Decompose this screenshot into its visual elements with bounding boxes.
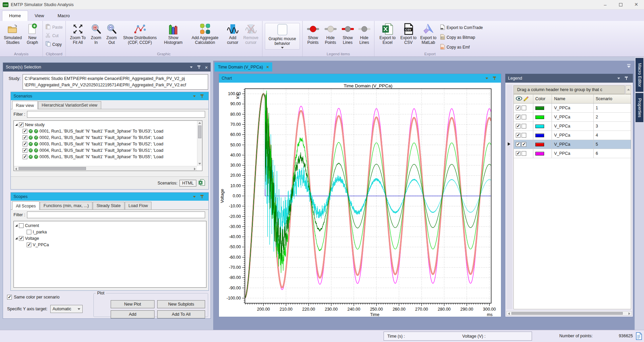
run-checkbox[interactable]: [23, 129, 27, 134]
export-scenarios-excel-button[interactable]: [198, 179, 205, 187]
visible-checkbox[interactable]: [516, 151, 521, 156]
zoom-in-button[interactable]: Zoom In: [88, 22, 104, 46]
add-aggregate-calculation-button[interactable]: Add Aggregate Calculation: [186, 22, 224, 46]
export-to-comtrade-button[interactable]: Export to ComTrade: [439, 24, 484, 31]
legend-scroll-up-button[interactable]: [625, 85, 631, 94]
pin-icon[interactable]: [200, 94, 204, 98]
side-tab-properties[interactable]: Properties: [636, 93, 643, 122]
collapse-icon[interactable]: [190, 66, 193, 68]
new-subplots-button[interactable]: New Subplots: [157, 300, 205, 308]
scroll-thumb[interactable]: [511, 312, 623, 315]
scenario-run-row[interactable]: 0003, Run1, 'BUS_fault' 'N' 'fault1' 'Fa…: [23, 141, 201, 147]
chart-canvas[interactable]: Time Domain (V_PPCa)-100.00-90.00-80.00-…: [219, 83, 501, 317]
scope-group-row[interactable]: Current: [15, 222, 205, 229]
scope-checkbox[interactable]: [19, 236, 24, 241]
new-study-checkbox[interactable]: [19, 122, 24, 127]
tab-hierarchical-variationset-view[interactable]: Hierarchical VariationSet view: [38, 101, 101, 109]
scenario-run-row[interactable]: 0001, Run1, 'BUS_fault' 'N' 'fault1' 'Fa…: [23, 128, 201, 134]
tab-macro[interactable]: Macro: [51, 11, 77, 21]
scope-signal-row[interactable]: V_PPCa: [15, 241, 205, 248]
scenario-run-row[interactable]: 0005, Run1, 'BUS_fault' 'N' 'fault1' 'Fa…: [23, 153, 201, 160]
copy-as-bitmap-button[interactable]: Copy as Bitmap: [439, 34, 484, 41]
show-distributions-button[interactable]: Show Distributions (CDF, CCDF): [119, 22, 161, 46]
scenario-run-row[interactable]: 0002, Run1, 'BUS_fault' 'N' 'fault1' 'Fa…: [23, 134, 201, 141]
legend-row[interactable]: V_PPCa5: [514, 140, 631, 149]
color-swatch[interactable]: [535, 134, 544, 137]
add-button[interactable]: Add: [111, 310, 155, 318]
scope-group-row[interactable]: Voltage: [15, 235, 205, 241]
signal-checkbox[interactable]: [27, 230, 31, 234]
highlight-checkbox[interactable]: [522, 142, 526, 147]
scenario-run-row[interactable]: 0006, Run1, 'BUS_fault' 'N' 'fault1' 'Fa…: [23, 160, 201, 161]
visible-checkbox[interactable]: [516, 106, 521, 110]
visible-checkbox[interactable]: [516, 115, 521, 119]
add-cursor-button[interactable]: Add cursor: [224, 22, 242, 46]
scroll-up-icon[interactable]: [198, 122, 201, 124]
run-checkbox[interactable]: [23, 154, 27, 159]
scenarios-filter-input[interactable]: [27, 111, 205, 118]
run-checkbox[interactable]: [23, 142, 27, 146]
scenario-run-row[interactable]: 0004, Run1, 'BUS_fault' 'N' 'fault1' 'Fa…: [23, 147, 201, 153]
show-histogram-button[interactable]: Show Histogram: [161, 22, 186, 46]
visible-checkbox[interactable]: [516, 142, 521, 147]
new-graph-button[interactable]: New Graph: [24, 22, 41, 46]
highlight-checkbox[interactable]: [522, 115, 526, 119]
hide-lines-button[interactable]: Hide Lines: [356, 22, 372, 46]
collapse-icon[interactable]: [193, 95, 196, 97]
visibility-columns-header[interactable]: [514, 94, 533, 103]
scopes-filter-input[interactable]: [27, 211, 205, 218]
pin-icon[interactable]: [197, 65, 201, 69]
scenarios-tree[interactable]: New study 0001, Run1, 'BUS_fault' 'N' 'f…: [13, 120, 202, 171]
pin-icon[interactable]: [624, 76, 628, 80]
zoom-to-fit-all-button[interactable]: Zoom To Fit All: [67, 22, 88, 46]
highlight-checkbox[interactable]: [522, 133, 526, 138]
scroll-right-icon[interactable]: [628, 312, 630, 315]
close-tab-icon[interactable]: [267, 64, 269, 69]
side-tab-macro-editor[interactable]: Macro Editor: [636, 58, 643, 92]
copy-button[interactable]: Copy: [45, 41, 64, 48]
expander-icon[interactable]: [15, 237, 18, 239]
tab-home[interactable]: Home: [2, 10, 28, 21]
column-header-name[interactable]: Name: [552, 94, 593, 103]
new-plot-button[interactable]: New Plot: [111, 300, 155, 308]
scroll-left-icon[interactable]: [15, 168, 17, 170]
tab-raw-view[interactable]: Raw view: [12, 101, 38, 109]
tab-view[interactable]: View: [28, 11, 51, 21]
scroll-thumb[interactable]: [19, 167, 86, 170]
export-scenarios-html-button[interactable]: HTML: [179, 180, 196, 187]
scroll-thumb[interactable]: [198, 125, 201, 138]
show-lines-button[interactable]: Show Lines: [339, 22, 356, 46]
collapse-icon[interactable]: [485, 78, 488, 79]
minimize-button[interactable]: [597, 0, 613, 9]
scenarios-vscrollbar[interactable]: [197, 121, 202, 166]
highlight-checkbox[interactable]: [522, 151, 526, 156]
tab-steady-state[interactable]: Steady State: [93, 202, 124, 209]
maximize-button[interactable]: [613, 0, 628, 9]
tab-list-chevron-icon[interactable]: [626, 64, 632, 68]
scenarios-hscrollbar[interactable]: [14, 166, 197, 171]
highlight-checkbox[interactable]: [522, 124, 526, 129]
hide-points-button[interactable]: Hide Points: [322, 22, 339, 46]
copy-as-emf-button[interactable]: EMF Copy as Emf: [439, 44, 484, 51]
simulated-studies-button[interactable]: Simulated Studies: [2, 22, 24, 46]
expander-icon[interactable]: [15, 123, 18, 126]
close-button[interactable]: [628, 0, 644, 9]
color-swatch[interactable]: [535, 152, 544, 155]
same-color-checkbox[interactable]: [7, 295, 12, 300]
legend-hscrollbar[interactable]: [506, 311, 632, 316]
close-icon[interactable]: [205, 64, 208, 70]
tab-functions[interactable]: Functions (min, max, ...): [40, 202, 92, 209]
zoom-out-button[interactable]: Zoom Out: [104, 22, 119, 46]
collapse-icon[interactable]: [193, 196, 196, 198]
show-points-button[interactable]: Show Points: [304, 22, 322, 46]
scopes-tree[interactable]: CurrentI_parkaVoltageV_PPCa: [13, 221, 206, 288]
scroll-right-icon[interactable]: [194, 168, 196, 170]
run-checkbox[interactable]: [23, 135, 27, 140]
column-header-scenario[interactable]: Scenario: [594, 94, 631, 103]
scroll-down-icon[interactable]: [198, 163, 201, 165]
study-path-field[interactable]: C:\Parametric Studio EMTP\EPRI example C…: [23, 74, 208, 90]
scroll-left-icon[interactable]: [508, 312, 510, 315]
legend-row[interactable]: V_PPCa6: [514, 149, 631, 158]
legend-row[interactable]: V_PPCa3: [514, 122, 631, 131]
same-color-option[interactable]: Same color per scenario: [7, 295, 59, 300]
